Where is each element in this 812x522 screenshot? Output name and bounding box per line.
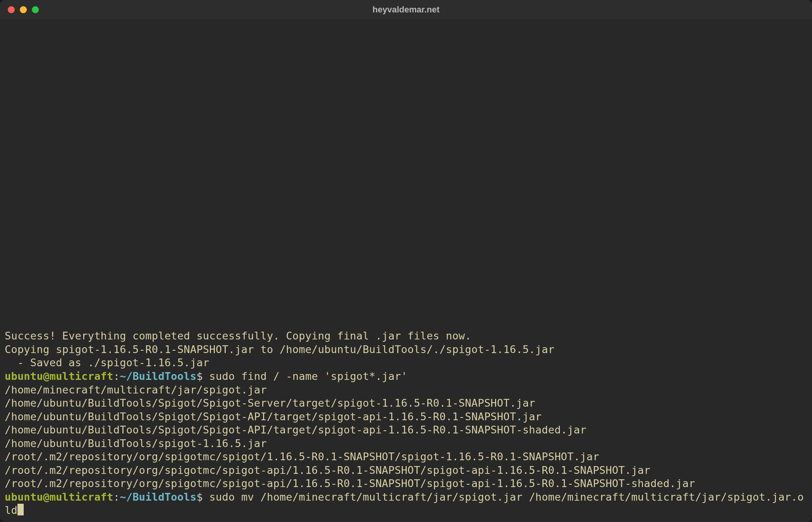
output-line: /home/minecraft/multicraft/jar/spigot.ja…: [5, 383, 807, 397]
titlebar[interactable]: heyvaldemar.net: [0, 0, 812, 19]
close-button[interactable]: [8, 6, 15, 13]
window-title: heyvaldemar.net: [373, 5, 439, 15]
cursor: [17, 504, 24, 515]
prompt-line-current: ubuntu@multicraft:~/BuildTools$ sudo mv …: [5, 491, 807, 517]
prompt-user: ubuntu@multicraft: [5, 491, 113, 503]
prompt-separator: :: [113, 370, 120, 382]
maximize-button[interactable]: [32, 6, 39, 13]
prompt-line: ubuntu@multicraft:~/BuildTools$ sudo fin…: [5, 370, 807, 383]
terminal-body[interactable]: Success! Everything completed successful…: [0, 19, 812, 522]
prompt-user: ubuntu@multicraft: [5, 370, 113, 382]
output-line: /home/ubuntu/BuildTools/Spigot/Spigot-AP…: [5, 410, 807, 424]
traffic-lights: [8, 6, 39, 13]
prompt-dollar: $: [197, 370, 203, 382]
output-line: /home/ubuntu/BuildTools/Spigot/Spigot-AP…: [5, 423, 807, 437]
output-line: /root/.m2/repository/org/spigotmc/spigot…: [5, 464, 807, 477]
output-line: - Saved as ./spigot-1.16.5.jar: [5, 356, 807, 370]
output-line: /root/.m2/repository/org/spigotmc/spigot…: [5, 477, 807, 491]
command-text: sudo find / -name 'spigot*.jar': [203, 370, 408, 382]
prompt-path: ~/BuildTools: [120, 370, 196, 382]
output-line: Success! Everything completed successful…: [5, 329, 807, 343]
prompt-path: ~/BuildTools: [120, 491, 196, 503]
prompt-separator: :: [113, 491, 120, 503]
output-line: /home/ubuntu/BuildTools/spigot-1.16.5.ja…: [5, 437, 807, 451]
output-line: /root/.m2/repository/org/spigotmc/spigot…: [5, 450, 807, 464]
minimize-button[interactable]: [20, 6, 27, 13]
output-line: /home/ubuntu/BuildTools/Spigot/Spigot-Se…: [5, 397, 807, 410]
prompt-dollar: $: [197, 491, 203, 503]
output-line: Copying spigot-1.16.5-R0.1-SNAPSHOT.jar …: [5, 343, 807, 357]
terminal-window: heyvaldemar.net Success! Everything comp…: [0, 0, 812, 522]
